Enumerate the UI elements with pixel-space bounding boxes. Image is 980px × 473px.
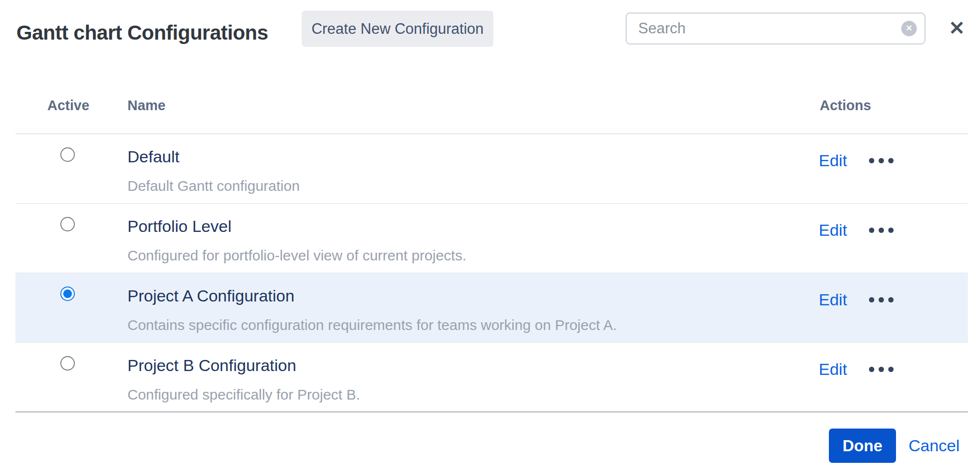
column-header-name: Name xyxy=(127,98,166,114)
search-clear-icon[interactable]: ✕ xyxy=(901,21,917,36)
config-name: Default xyxy=(127,147,180,166)
edit-link[interactable]: Edit xyxy=(819,220,847,240)
done-button[interactable]: Done xyxy=(829,429,896,463)
config-name: Project A Configuration xyxy=(127,286,294,305)
edit-link[interactable]: Edit xyxy=(819,151,847,170)
column-header-active: Active xyxy=(47,98,89,114)
configurations-table: Active Name Actions Default Default Gant… xyxy=(15,72,968,413)
edit-link[interactable]: Edit xyxy=(819,290,847,309)
config-description: Configured for portfolio-level view of c… xyxy=(127,247,466,264)
edit-link[interactable]: Edit xyxy=(819,359,847,379)
more-actions-icon[interactable] xyxy=(869,297,894,302)
config-name: Portfolio Level xyxy=(127,216,231,236)
search-input[interactable] xyxy=(627,14,892,43)
active-radio[interactable] xyxy=(60,147,75,162)
config-description: Configured specifically for Project B. xyxy=(127,387,360,403)
table-header-row: Active Name Actions xyxy=(15,72,968,134)
active-radio[interactable] xyxy=(60,217,75,231)
config-row-project-a[interactable]: Project A Configuration Contains specifi… xyxy=(15,273,968,343)
more-actions-icon[interactable] xyxy=(869,158,894,163)
page-title: Gantt chart Configurations xyxy=(16,21,268,44)
config-description: Default Gantt configuration xyxy=(127,178,300,194)
more-actions-icon[interactable] xyxy=(869,228,894,233)
search-box: ✕ xyxy=(626,13,925,44)
config-row-portfolio-level[interactable]: Portfolio Level Configured for portfolio… xyxy=(15,204,968,273)
cancel-link[interactable]: Cancel xyxy=(909,436,960,455)
create-configuration-button[interactable]: Create New Configuration xyxy=(302,11,493,47)
close-icon[interactable]: ✕ xyxy=(943,14,970,42)
active-radio[interactable] xyxy=(60,356,75,371)
config-row-project-b[interactable]: Project B Configuration Configured speci… xyxy=(15,343,968,413)
config-description: Contains specific configuration requirem… xyxy=(127,317,617,333)
config-row-default[interactable]: Default Default Gantt configuration Edit xyxy=(15,134,968,204)
more-actions-icon[interactable] xyxy=(869,367,894,372)
config-name: Project B Configuration xyxy=(127,356,296,375)
column-header-actions: Actions xyxy=(820,98,871,114)
active-radio[interactable] xyxy=(60,287,75,301)
